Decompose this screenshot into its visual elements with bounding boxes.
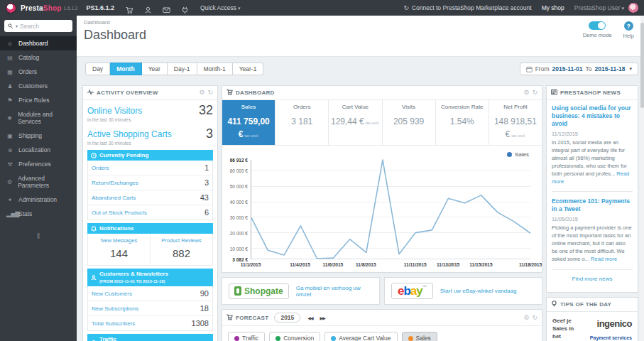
pending-out-of-stock-row[interactable]: Out of Stock Products6 bbox=[88, 205, 212, 220]
sidebar-item-advanced-parameters[interactable]: ⚙Advanced Parameters bbox=[0, 171, 77, 193]
quick-access-menu[interactable]: Quick Access▾ bbox=[200, 4, 241, 11]
brand-presta: Presta bbox=[21, 4, 43, 12]
new-subscriptions-row[interactable]: New Subscriptions18 bbox=[88, 301, 212, 316]
y-tick: 40 000 € bbox=[224, 200, 248, 205]
forecast-year-badge[interactable]: 2015 bbox=[274, 313, 300, 323]
kpi-visits[interactable]: Visits205 939 bbox=[383, 100, 436, 145]
sidebar-item-orders[interactable]: ▦Orders bbox=[0, 65, 77, 79]
chart-legend[interactable]: Sales bbox=[507, 151, 529, 158]
pending-returns-row[interactable]: Return/Exchanges3 bbox=[88, 175, 212, 190]
marketplace-label: Connect to PrestaShop Marketplace accoun… bbox=[412, 4, 532, 11]
sidebar-item-catalog[interactable]: ▤Catalog bbox=[0, 50, 77, 65]
pending-orders-row[interactable]: Orders1 bbox=[88, 161, 212, 175]
kpi-sales[interactable]: Sales411 759,00 €tax excl. bbox=[222, 100, 275, 145]
product-reviews-cell[interactable]: Product Reviews 882 bbox=[151, 234, 212, 265]
scrollbar[interactable] bbox=[640, 16, 644, 341]
read-more-link[interactable]: Read more bbox=[591, 256, 617, 262]
x-tick: 11/18/2015 bbox=[519, 262, 542, 267]
sidebar-item-administration[interactable]: ✦Administration bbox=[0, 193, 77, 207]
refresh-icon[interactable]: ↻ bbox=[532, 315, 537, 321]
shopgate-ad[interactable]: Shopgate Ga mobiel en verhoog uw omzet bbox=[222, 277, 380, 305]
forecast-traffic-button[interactable]: Traffic bbox=[228, 332, 265, 341]
sidebar-item-localization[interactable]: ⊕Localization bbox=[0, 143, 77, 157]
kpi-conversion-rate[interactable]: Conversion Rate1.54% bbox=[436, 100, 489, 145]
scrollbar-thumb[interactable] bbox=[640, 23, 644, 108]
cart-icon[interactable] bbox=[126, 4, 133, 12]
total-subscribers-row[interactable]: Total Subscribers1308 bbox=[88, 316, 212, 330]
user-avatar[interactable] bbox=[628, 3, 638, 13]
sidebar-item-modules[interactable]: ❖Modules and Services bbox=[0, 107, 77, 129]
forecast-conversion-button[interactable]: Conversion bbox=[269, 332, 320, 341]
article-date: 11/12/2015 bbox=[552, 131, 633, 137]
forecast-average-cart-value-button[interactable]: Average Cart Value bbox=[324, 332, 397, 341]
help-icon[interactable]: ? bbox=[624, 21, 633, 31]
cell-label: Product Reviews bbox=[152, 237, 211, 244]
kpi-orders[interactable]: Orders3 181 bbox=[275, 100, 329, 145]
refresh-icon[interactable]: ↻ bbox=[207, 90, 213, 96]
message-icon[interactable] bbox=[163, 4, 170, 12]
section-title-block: Customers & Newsletters(FROM 2015-11-01 … bbox=[99, 271, 168, 284]
user-menu[interactable]: PrestaShop User▾ bbox=[574, 4, 624, 11]
filter-day-button[interactable]: Day bbox=[85, 63, 110, 75]
activity-pulse-icon bbox=[87, 89, 94, 97]
orders-icon: ▦ bbox=[6, 69, 13, 75]
refresh-icon[interactable]: ↻ bbox=[532, 90, 537, 96]
cell-value: 144 bbox=[110, 247, 128, 259]
date-range-picker[interactable]: From 2015-11-01 To 2015-11-18 ▾ bbox=[520, 63, 638, 75]
cell-value: 882 bbox=[173, 247, 190, 259]
my-shop-link[interactable]: My shop bbox=[542, 4, 564, 11]
forecast-sales-button[interactable]: Sales bbox=[402, 332, 437, 341]
bell-icon bbox=[91, 226, 97, 232]
filter-year-1-button[interactable]: Year-1 bbox=[233, 63, 264, 75]
previous-icon[interactable]: ◀◀ bbox=[307, 315, 312, 320]
sidebar-search[interactable]: ▾ bbox=[4, 20, 72, 32]
y-tick: 50 000 € bbox=[224, 184, 248, 189]
article-title-link[interactable]: Using social media for your business: 4 … bbox=[552, 104, 633, 128]
find-more-news-link[interactable]: Find more news bbox=[552, 276, 633, 282]
new-messages-cell[interactable]: New Messages 144 bbox=[88, 234, 151, 265]
sidebar-collapse-button[interactable]: ‖ bbox=[0, 232, 77, 240]
gear-icon[interactable]: ⚙ bbox=[199, 90, 204, 96]
shopgate-logo: Shopgate bbox=[229, 283, 289, 299]
filter-month-1-button[interactable]: Month-1 bbox=[197, 63, 233, 75]
caret-down-icon: ▾ bbox=[238, 6, 241, 11]
new-customers-row[interactable]: New Customers90 bbox=[88, 286, 212, 301]
customer-icon[interactable] bbox=[144, 4, 152, 12]
forecast-panel: FORECAST 2015 ◀◀ ▶▶ ⚙ ↻ Traffic Conversi… bbox=[222, 309, 542, 341]
next-icon[interactable]: ▶▶ bbox=[320, 315, 325, 320]
gear-icon[interactable]: ⚙ bbox=[523, 90, 529, 96]
ebay-ad[interactable]: ebay™ Start uw eBay-winkel vandaag bbox=[384, 277, 542, 305]
brand-name[interactable]: PrestaShop bbox=[21, 4, 62, 12]
marketplace-link[interactable]: ↻Connect to PrestaShop Marketplace accou… bbox=[403, 4, 531, 11]
x-tick: 11/11/2015 bbox=[404, 262, 427, 267]
section-title: Customers & Newsletters bbox=[99, 271, 168, 277]
gear-icon[interactable]: ⚙ bbox=[523, 315, 529, 321]
shopgate-link[interactable]: Ga mobiel en verhoog uw omzet bbox=[296, 285, 373, 298]
ebay-link[interactable]: Start uw eBay-winkel vandaag bbox=[440, 288, 517, 294]
demo-mode-toggle[interactable]: Demo mode bbox=[583, 21, 612, 39]
online-visitors-link[interactable]: Online Visitors bbox=[87, 106, 142, 116]
help-button[interactable]: ? Help bbox=[623, 21, 634, 39]
tip-content[interactable]: ingenico Payment services Geef je Sales … bbox=[547, 312, 638, 341]
sidebar-item-stats[interactable]: ▂▅▇Stats bbox=[0, 207, 77, 221]
kpi-cart-value[interactable]: Cart Value129,44 €tax excl. bbox=[329, 100, 382, 145]
sidebar-item-customers[interactable]: ♟Customers bbox=[0, 79, 77, 93]
sidebar-item-dashboard[interactable]: ⌂Dashboard bbox=[0, 36, 77, 50]
prestashop-logo-icon[interactable] bbox=[6, 3, 16, 13]
filter-month-button[interactable]: Month bbox=[110, 63, 142, 75]
filter-year-button[interactable]: Year bbox=[142, 63, 168, 75]
module-plug-icon[interactable] bbox=[181, 4, 189, 12]
filter-day-1-button[interactable]: Day-1 bbox=[168, 63, 197, 75]
sidebar-item-shipping[interactable]: ▣Shipping bbox=[0, 129, 77, 143]
kpi-net-profit[interactable]: Net Profit148 918,51 €tax excl. bbox=[489, 100, 542, 145]
toggle-on-icon[interactable] bbox=[589, 21, 606, 30]
sidebar-item-price-rules[interactable]: ⚑Price Rules bbox=[0, 93, 77, 107]
pending-abandoned-carts-row[interactable]: Abandoned Carts43 bbox=[88, 190, 212, 205]
price-rules-icon: ⚑ bbox=[6, 97, 13, 104]
search-icon bbox=[8, 23, 13, 29]
search-input[interactable] bbox=[20, 23, 61, 30]
active-carts-link[interactable]: Active Shopping Carts bbox=[87, 129, 172, 139]
breadcrumb[interactable]: Dashboard bbox=[84, 19, 637, 26]
sidebar-item-preferences[interactable]: ⚒Preferences bbox=[0, 157, 77, 171]
article-title-link[interactable]: Ecommerce 101: Payments in a Tweet bbox=[552, 197, 633, 213]
